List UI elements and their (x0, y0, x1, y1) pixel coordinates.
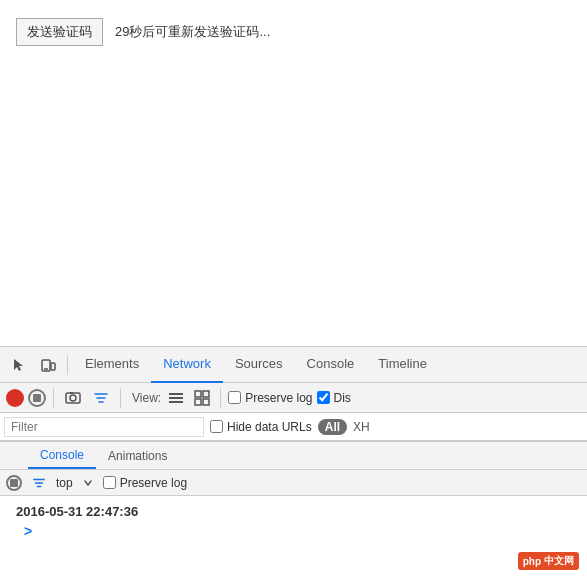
php-label: php (523, 556, 541, 567)
svg-point-4 (70, 395, 76, 401)
devtools-panel: Elements Network Sources Console Timelin… (0, 346, 587, 576)
devtools-tabs: Elements Network Sources Console Timelin… (73, 347, 439, 383)
grid-view-icon[interactable] (191, 388, 213, 408)
dis-checkbox[interactable] (317, 391, 330, 404)
console-prompt[interactable]: > (16, 519, 571, 543)
preserve-log-label[interactable]: Preserve log (228, 391, 312, 405)
console-panel: Console Animations top P (0, 441, 587, 576)
page-area: 发送验证码 29秒后可重新发送验证码... (0, 0, 587, 200)
console-content: 2016-05-31 22:47:36 > (0, 496, 587, 576)
svg-rect-6 (169, 393, 183, 395)
svg-rect-8 (169, 401, 183, 403)
all-badge[interactable]: All (318, 419, 347, 435)
clear-button[interactable] (28, 389, 46, 407)
php-site-name: 中文网 (544, 554, 574, 568)
devtools-tab-bar: Elements Network Sources Console Timelin… (0, 347, 587, 383)
divider-3 (120, 388, 121, 408)
filter-input[interactable] (4, 417, 204, 437)
console-preserve-log[interactable]: Preserve log (103, 476, 187, 490)
network-toolbar: View: Preserve log (0, 383, 587, 413)
console-filter-icon[interactable] (28, 474, 50, 492)
console-tab-console[interactable]: Console (28, 442, 96, 469)
tab-sources[interactable]: Sources (223, 347, 295, 383)
console-tab-bar: Console Animations (0, 442, 587, 470)
console-toolbar: top Preserve log (0, 470, 587, 496)
preserve-log-checkbox[interactable] (228, 391, 241, 404)
hide-urls-text: Hide data URLs (227, 420, 312, 434)
list-view-icon[interactable] (165, 388, 187, 408)
context-dropdown-icon[interactable] (79, 476, 97, 490)
cursor-icon[interactable] (4, 351, 32, 379)
tab-console[interactable]: Console (295, 347, 367, 383)
dis-label[interactable]: Dis (317, 391, 351, 405)
svg-rect-11 (195, 399, 201, 405)
view-label: View: (132, 391, 161, 405)
divider-4 (220, 388, 221, 408)
device-mode-icon[interactable] (34, 351, 62, 379)
dis-text: Dis (334, 391, 351, 405)
svg-rect-10 (203, 391, 209, 397)
countdown-text: 29秒后可重新发送验证码... (115, 18, 270, 41)
hide-urls-label[interactable]: Hide data URLs (210, 420, 312, 434)
xh-filter-text[interactable]: XH (353, 420, 370, 434)
console-preserve-text: Preserve log (120, 476, 187, 490)
console-timestamp: 2016-05-31 22:47:36 (16, 504, 571, 519)
console-clear-icon[interactable] (6, 475, 22, 491)
svg-rect-7 (169, 397, 183, 399)
php-badge: php 中文网 (518, 552, 579, 570)
console-preserve-checkbox[interactable] (103, 476, 116, 489)
svg-rect-1 (51, 363, 55, 370)
svg-rect-12 (203, 399, 209, 405)
svg-rect-5 (70, 392, 73, 394)
tab-timeline[interactable]: Timeline (366, 347, 439, 383)
preserve-log-text: Preserve log (245, 391, 312, 405)
send-verification-button[interactable]: 发送验证码 (16, 18, 103, 46)
hide-urls-checkbox[interactable] (210, 420, 223, 433)
filter-bar: Hide data URLs All XH (0, 413, 587, 441)
tab-elements[interactable]: Elements (73, 347, 151, 383)
divider-2 (53, 388, 54, 408)
svg-rect-9 (195, 391, 201, 397)
screenshot-icon[interactable] (61, 388, 85, 408)
record-button[interactable] (6, 389, 24, 407)
filter-icon[interactable] (89, 388, 113, 408)
divider-1 (67, 355, 68, 375)
context-selector: top (56, 476, 73, 490)
tab-network[interactable]: Network (151, 347, 223, 383)
console-tab-animations[interactable]: Animations (96, 442, 179, 469)
